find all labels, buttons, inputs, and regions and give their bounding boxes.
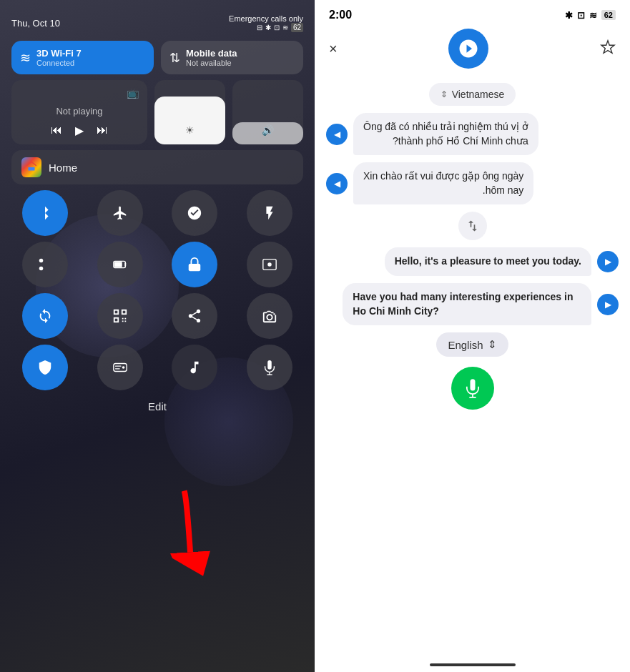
vpn-button[interactable]	[22, 345, 68, 390]
bluetooth-button[interactable]	[22, 190, 68, 236]
status-date: Thu, Oct 10	[11, 18, 60, 29]
google-home-icon	[21, 157, 41, 177]
share-button[interactable]	[172, 293, 217, 339]
message-row: ◀ Ông đã có nhiều trải nghiệm thú vị ởth…	[326, 113, 619, 155]
wifi-name: 3D Wi-Fi 7	[36, 48, 82, 59]
emergency-text: Emergency calls only	[229, 14, 303, 23]
svg-rect-4	[189, 264, 201, 271]
media-sliders-row: 📺 Not playing ⏮ ▶ ⏭ ☀ 🔊	[11, 80, 303, 144]
message-row-2: ◀ Xin chào rất vui được gặp ông ngàyhôm …	[326, 162, 619, 204]
wifi-sub: Connected	[36, 59, 82, 67]
message-bubble-2: Xin chào rất vui được gặp ông ngàyhôm na…	[353, 162, 533, 204]
media-controls: ⏮ ▶ ⏭	[20, 124, 139, 137]
left-panel: Thu, Oct 10 Emergency calls only ⊟ ✱ ⊡ ≋…	[0, 0, 315, 672]
rotation-button[interactable]	[22, 293, 68, 339]
flashlight-button[interactable]	[247, 190, 292, 236]
volume-icon: 🔊	[262, 124, 274, 136]
airplane-button[interactable]	[97, 190, 143, 236]
avatar	[448, 29, 488, 69]
svg-rect-7	[114, 310, 119, 315]
camera-button[interactable]	[247, 293, 292, 339]
battery-button[interactable]	[97, 242, 143, 287]
swap-icon	[458, 212, 487, 240]
chat-time: 2:00	[329, 9, 352, 21]
dnd-button[interactable]	[172, 190, 217, 236]
mobile-icon: ⇅	[169, 50, 180, 66]
icon-grid-3	[11, 293, 303, 339]
svg-rect-8	[122, 310, 127, 315]
svg-rect-3	[114, 262, 122, 267]
lang-bottom-label: English	[448, 339, 483, 351]
next-button[interactable]: ⏭	[97, 124, 108, 137]
brightness-slider[interactable]: ☀	[154, 80, 225, 144]
lang-selector-bottom-container[interactable]: English ⇕	[326, 332, 619, 357]
media-card: 📺 Not playing ⏮ ▶ ⏭	[11, 80, 147, 144]
bottom-bar	[315, 658, 630, 672]
connectivity-row: ≋ 3D Wi-Fi 7 Connected ⇅ Mobile data Not…	[11, 41, 303, 74]
mobile-sub: Not available	[186, 59, 237, 67]
status-bar: Thu, Oct 10 Emergency calls only ⊟ ✱ ⊡ ≋…	[11, 9, 303, 35]
settings-button[interactable]	[600, 39, 616, 59]
svg-point-11	[122, 366, 125, 369]
scan-button[interactable]	[97, 293, 143, 339]
prev-button[interactable]: ⏮	[51, 124, 62, 137]
brightness-icon: ☀	[185, 124, 195, 136]
close-button[interactable]: ×	[329, 41, 338, 57]
play-button[interactable]: ▶	[75, 124, 84, 137]
chat-status-bar: 2:00 ✱ ⊡ ≋ 62	[315, 0, 630, 24]
edit-button[interactable]: Edit	[11, 396, 303, 417]
svg-marker-15	[601, 40, 614, 52]
lang-top-label: Vietnamese	[452, 89, 505, 100]
svg-rect-9	[114, 318, 119, 322]
sent-bubble-1: Hello, it's a pleasure to meet you today…	[385, 247, 591, 276]
scissors-button[interactable]	[22, 242, 68, 287]
message-bubble: Ông đã có nhiều trải nghiệm thú vị ởthàn…	[353, 113, 538, 155]
audio-play-sent-1[interactable]: ▶	[597, 251, 619, 272]
svg-rect-10	[114, 364, 127, 372]
screen-record-button[interactable]	[247, 242, 292, 287]
media-label: Not playing	[20, 106, 139, 117]
volume-slider[interactable]: 🔊	[232, 80, 303, 144]
wifi-icon: ≋	[20, 50, 31, 66]
audio-play-btn-2[interactable]: ◀	[326, 173, 348, 194]
svg-point-1	[39, 267, 44, 271]
chat-header: ×	[315, 24, 630, 76]
wifi-button[interactable]: ≋ 3D Wi-Fi 7 Connected	[11, 41, 154, 74]
sent-message-row-2: Have you had many interesting experience…	[326, 283, 619, 325]
home-row[interactable]: Home	[11, 150, 303, 184]
storage-button[interactable]	[97, 345, 143, 390]
home-indicator	[430, 663, 516, 666]
mic-button[interactable]	[451, 367, 494, 410]
home-label: Home	[49, 162, 77, 174]
mic-settings-button[interactable]	[247, 345, 292, 390]
music-button[interactable]	[172, 345, 217, 390]
svg-point-0	[39, 259, 44, 263]
audio-play-sent-2[interactable]: ▶	[597, 294, 619, 315]
lang-selector-top[interactable]: ⇕ Vietnamese	[326, 83, 619, 106]
chat-status-icons: ✱ ⊡ ≋ 62	[565, 10, 616, 21]
chat-messages: ⇕ Vietnamese ◀ Ông đã có nhiều trải nghi…	[315, 76, 630, 658]
icon-grid-2	[11, 242, 303, 287]
mobile-name: Mobile data	[186, 48, 237, 59]
svg-point-6	[267, 262, 272, 267]
lang-selector-bottom[interactable]: English ⇕	[436, 332, 508, 357]
swap-icon-container	[326, 212, 619, 240]
sent-message-row-1: Hello, it's a pleasure to meet you today…	[326, 247, 619, 276]
screen-lock-button[interactable]	[172, 242, 217, 287]
sent-bubble-2: Have you had many interesting experience…	[343, 283, 591, 325]
status-icons: ⊟ ✱ ⊡ ≋ 62	[257, 23, 303, 32]
cast-icon[interactable]: 📺	[127, 87, 139, 99]
right-panel: 2:00 ✱ ⊡ ≋ 62 × ⇕ Vietn	[315, 0, 630, 672]
icon-grid	[11, 190, 303, 236]
mobile-data-button[interactable]: ⇅ Mobile data Not available	[161, 41, 303, 74]
audio-play-btn-1[interactable]: ◀	[326, 124, 348, 145]
icon-grid-4	[11, 345, 303, 390]
